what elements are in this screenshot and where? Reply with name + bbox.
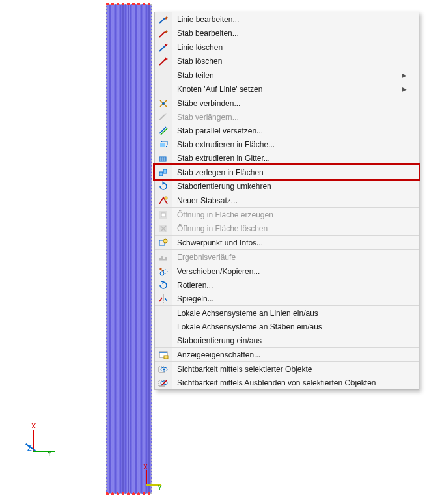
menu-item-offset-member[interactable]: Stab parallel versetzen... — [155, 124, 419, 137]
menu-item-label: Öffnung in Fläche erzeugen — [177, 210, 407, 219]
menu-item-label: Stab löschen — [177, 57, 407, 66]
menu-item-extend-member: Stab verlängern... — [155, 110, 419, 124]
menu-item-reverse-orient[interactable]: Staborientierung umkehren — [155, 179, 419, 193]
menu-item-mirror[interactable]: Spiegeln... — [155, 292, 419, 305]
context-menu[interactable]: Linie bearbeiten...Stab bearbeiten...Lin… — [154, 12, 419, 390]
menu-item-label: Stab zerlegen in Flächen — [177, 168, 407, 177]
blank-icon — [155, 320, 172, 333]
extrude-grid-icon — [155, 151, 172, 165]
menu-item-label: Stab bearbeiten... — [177, 29, 407, 38]
local-axis-indicator: X Y — [138, 464, 164, 495]
axis-y-label: Y — [47, 449, 51, 457]
delete-opening-icon — [155, 221, 172, 235]
menu-item-item-23[interactable]: Staborientierung ein/aus — [155, 333, 419, 347]
local-axis-y: Y — [158, 484, 162, 492]
menu-item-edit-line[interactable]: Linie bearbeiten... — [155, 12, 419, 26]
svg-text:i: i — [165, 239, 165, 243]
menu-item-label: Rotieren... — [177, 281, 407, 290]
svg-rect-3 — [159, 172, 163, 176]
menu-item-edit-member[interactable]: Stab bearbeiten... — [155, 26, 419, 40]
explode-surfaces-icon — [155, 165, 172, 179]
menu-item-extrude-grid[interactable]: Stab extrudieren in Gitter... — [155, 151, 419, 165]
menu-item-label: Knoten 'Auf Linie' setzen — [177, 85, 402, 94]
delete-member-icon — [155, 54, 172, 68]
axis-triad: X Y Z — [13, 422, 52, 461]
mirror-icon — [155, 292, 172, 305]
menu-item-label: Sichtbarkeit mittels selektierter Objekt… — [177, 365, 407, 374]
menu-item-visibility-hide[interactable]: Sichtbarkeit mittels Ausblenden von sele… — [155, 376, 419, 389]
svg-point-5 — [165, 197, 167, 199]
delete-line-icon — [155, 40, 172, 54]
menu-item-delete-member[interactable]: Stab löschen — [155, 54, 419, 68]
menu-item-label: Linie bearbeiten... — [177, 15, 407, 24]
menu-item-label: Spiegeln... — [177, 294, 407, 303]
menu-item-label: Lokale Achsensysteme an Stäben ein/aus — [177, 322, 407, 331]
menu-item-label: Stab extrudieren in Gitter... — [177, 154, 407, 163]
menu-item-item-21[interactable]: Lokale Achsensysteme an Linien ein/aus — [155, 305, 419, 320]
menu-item-label: Sichtbarkeit mittels Ausblenden von sele… — [177, 378, 407, 387]
menu-item-item-5[interactable]: Knoten 'Auf Linie' setzen▶ — [155, 82, 419, 96]
centroid-info-icon: i — [155, 236, 172, 249]
menu-item-visibility-select[interactable]: Sichtbarkeit mittels selektierter Objekt… — [155, 361, 419, 376]
result-diagram-icon — [155, 250, 172, 264]
svg-point-18 — [163, 368, 165, 370]
menu-item-new-memberset[interactable]: Neuer Stabsatz... — [155, 193, 419, 207]
menu-item-label: Stab parallel versetzen... — [177, 126, 407, 135]
display-props-icon — [155, 348, 172, 361]
menu-item-result-diagram: Ergebnisverläufe — [155, 249, 419, 264]
menu-item-item-4[interactable]: Stab teilen▶ — [155, 68, 419, 82]
menu-item-label: Anzeigeeigenschaften... — [177, 350, 407, 359]
svg-rect-16 — [164, 356, 168, 359]
menu-item-explode-surfaces[interactable]: Stab zerlegen in Flächen — [155, 165, 419, 179]
menu-item-extrude-surface[interactable]: Stab extrudieren in Fläche... — [155, 137, 419, 151]
blank-icon — [155, 68, 172, 82]
menu-item-label: Stäbe verbinden... — [177, 99, 407, 108]
menu-item-label: Ergebnisverläufe — [177, 253, 407, 262]
visibility-select-icon — [155, 362, 172, 376]
menu-item-label: Neuer Stabsatz... — [177, 196, 407, 205]
menu-item-label: Lokale Achsensysteme an Linien ein/aus — [177, 309, 407, 318]
blank-icon — [155, 333, 172, 347]
menu-item-label: Staborientierung ein/aus — [177, 336, 407, 345]
menu-item-label: Öffnung in Fläche löschen — [177, 224, 407, 233]
move-copy-icon — [155, 264, 172, 278]
axis-x-label: X — [31, 422, 36, 430]
menu-item-move-copy[interactable]: Verschieben/Kopieren... — [155, 264, 419, 278]
menu-item-label: Staborientierung umkehren — [177, 182, 407, 191]
menu-item-label: Stab teilen — [177, 71, 402, 80]
menu-item-delete-line[interactable]: Linie löschen — [155, 40, 419, 54]
extrude-surface-icon — [155, 137, 172, 151]
local-axis-x: X — [143, 464, 148, 471]
edit-member-icon — [155, 26, 172, 40]
menu-item-label: Stab verlängern... — [177, 113, 407, 122]
menu-item-centroid-info[interactable]: iSchwerpunkt und Infos... — [155, 235, 419, 249]
extend-member-icon — [155, 110, 172, 124]
svg-rect-1 — [160, 143, 165, 147]
submenu-arrow-icon: ▶ — [402, 85, 407, 92]
menu-item-label: Stab extrudieren in Fläche... — [177, 140, 407, 149]
new-memberset-icon — [155, 193, 172, 207]
svg-rect-7 — [161, 213, 165, 217]
selected-member[interactable] — [106, 4, 152, 494]
svg-rect-4 — [163, 169, 167, 173]
svg-point-0 — [162, 102, 165, 105]
edit-line-icon — [155, 12, 172, 26]
menu-item-create-opening: Öffnung in Fläche erzeugen — [155, 207, 419, 221]
menu-item-label: Linie löschen — [177, 43, 407, 52]
blank-icon — [155, 82, 172, 96]
visibility-hide-icon — [155, 376, 172, 389]
blank-icon — [155, 306, 172, 320]
reverse-orient-icon — [155, 179, 172, 193]
svg-point-13 — [163, 270, 167, 273]
menu-item-connect-members[interactable]: Stäbe verbinden... — [155, 96, 419, 110]
menu-item-item-22[interactable]: Lokale Achsensysteme an Stäben ein/aus — [155, 320, 419, 333]
offset-member-icon — [155, 124, 172, 137]
menu-item-rotate[interactable]: Rotieren... — [155, 278, 419, 292]
menu-item-display-props[interactable]: Anzeigeeigenschaften... — [155, 347, 419, 361]
submenu-arrow-icon: ▶ — [402, 72, 407, 79]
svg-rect-2 — [159, 157, 166, 161]
menu-item-delete-opening: Öffnung in Fläche löschen — [155, 221, 419, 235]
axis-z-label: Z — [27, 444, 32, 452]
svg-rect-15 — [159, 352, 167, 353]
create-opening-icon — [155, 208, 172, 221]
